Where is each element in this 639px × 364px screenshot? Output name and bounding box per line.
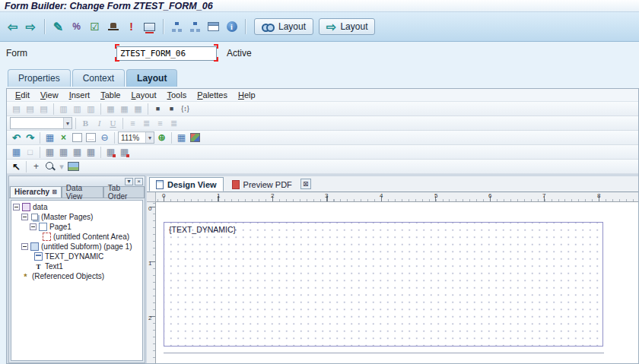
- justify-left-icon[interactable]: ≡: [126, 117, 139, 129]
- test-icon[interactable]: [141, 19, 157, 35]
- delete-icon[interactable]: ×: [57, 131, 70, 144]
- structure-icon[interactable]: [187, 19, 203, 35]
- align-top-icon[interactable]: ▥: [57, 103, 70, 115]
- align-left-icon[interactable]: ▤: [10, 103, 23, 115]
- justify-full-icon[interactable]: ≣: [167, 117, 180, 129]
- tree-item-master-pages[interactable]: (Master Pages): [11, 212, 142, 222]
- tab-layout[interactable]: Layout: [126, 69, 177, 87]
- image-tool-icon[interactable]: [68, 162, 79, 171]
- display-change-icon[interactable]: ✎: [50, 19, 66, 35]
- tree-item-page1[interactable]: Page1: [11, 222, 142, 232]
- back-icon[interactable]: ⇦: [5, 19, 21, 35]
- check-icon[interactable]: ☑: [87, 19, 103, 35]
- selection-tool-icon[interactable]: ↖: [10, 160, 23, 173]
- distribute-h-icon[interactable]: ▦: [104, 103, 117, 115]
- crosshair-tool-icon[interactable]: +: [30, 160, 43, 173]
- same-width-icon[interactable]: ■: [151, 103, 164, 115]
- table-view-icon[interactable]: [205, 19, 221, 35]
- menu-insert[interactable]: Insert: [64, 90, 96, 100]
- hat-icon: [108, 23, 119, 30]
- align-center-icon[interactable]: ▤: [24, 103, 37, 115]
- zoom-combo[interactable]: 111% ▾: [118, 131, 154, 144]
- collapse-icon[interactable]: [21, 243, 28, 250]
- table-icon[interactable]: ▦: [175, 131, 188, 144]
- align-right-icon[interactable]: ▤: [37, 103, 50, 115]
- justify-right-icon[interactable]: ≡: [154, 117, 167, 129]
- tab-preview-pdf[interactable]: Preview PDF: [226, 177, 298, 191]
- menu-table[interactable]: Table: [95, 90, 126, 100]
- menu-palettes[interactable]: Palettes: [192, 90, 233, 100]
- content-area-icon: [43, 233, 51, 241]
- underline-button[interactable]: U: [106, 117, 119, 129]
- distribute-grid-icon[interactable]: ▦: [132, 103, 145, 115]
- font-family-combo[interactable]: ▾: [10, 117, 72, 129]
- field-dots-icon[interactable]: …: [86, 133, 96, 142]
- zoom-in-icon[interactable]: ⊕: [155, 131, 168, 144]
- merge-cells-icon[interactable]: ▦: [71, 146, 84, 158]
- undo-icon[interactable]: ↶: [10, 131, 23, 144]
- redo-icon[interactable]: ↷: [24, 131, 37, 144]
- same-height-icon[interactable]: ■: [165, 103, 178, 115]
- text-dynamic-field[interactable]: {TEXT_DYNAMIC}: [169, 225, 236, 234]
- info-button[interactable]: i: [224, 19, 240, 35]
- tree-item-data[interactable]: data: [11, 202, 142, 212]
- menu-edit[interactable]: Edit: [10, 90, 35, 100]
- split-cells-icon[interactable]: ▦: [84, 146, 97, 158]
- collapse-icon[interactable]: [30, 223, 37, 230]
- design-canvas[interactable]: {TEXT_DYNAMIC}: [156, 202, 638, 363]
- tree-item-content-area[interactable]: (untitled Content Area): [11, 232, 142, 242]
- tab-tab-order[interactable]: Tab Order: [103, 186, 145, 198]
- delete-row-icon[interactable]: ▦: [104, 146, 117, 158]
- forward-icon[interactable]: ⇨: [23, 19, 39, 35]
- tree-item-referenced-objects[interactable]: * (Referenced Objects): [11, 271, 142, 281]
- subform-content-area[interactable]: {TEXT_DYNAMIC}: [164, 222, 603, 347]
- ruler-number: 8: [597, 192, 600, 199]
- justify-center-icon[interactable]: ≣: [140, 117, 153, 129]
- layout-button[interactable]: Layout: [254, 18, 313, 35]
- insert-table-icon[interactable]: ▦: [10, 146, 23, 158]
- menu-layout[interactable]: Layout: [126, 90, 161, 100]
- menu-tools[interactable]: Tools: [162, 90, 192, 100]
- consistency-check-icon[interactable]: %: [68, 19, 84, 35]
- menu-view[interactable]: View: [35, 90, 64, 100]
- tree-item-text1[interactable]: T Text1: [11, 261, 142, 271]
- form-name-input[interactable]: [116, 46, 217, 61]
- hierarchy-icon[interactable]: [169, 19, 185, 35]
- align-middle-icon[interactable]: ▥: [71, 103, 84, 115]
- view-close-button[interactable]: ⊠: [300, 179, 311, 189]
- zoom-tool-icon[interactable]: [45, 161, 56, 172]
- cell-icon[interactable]: □: [24, 146, 37, 158]
- tab-design-view-label: Design View: [167, 180, 217, 189]
- monitor-icon: [144, 23, 155, 31]
- tab-properties[interactable]: Properties: [8, 69, 71, 87]
- insert-column-icon[interactable]: ▦: [57, 146, 70, 158]
- preview-icon[interactable]: [190, 133, 200, 142]
- insert-row-icon[interactable]: ▦: [43, 146, 56, 158]
- toolbar-separator: [75, 118, 76, 129]
- zoom-out-icon[interactable]: ⊖: [98, 131, 111, 144]
- goto-layout-button[interactable]: ⇨ Layout: [319, 18, 375, 35]
- tab-hierarchy[interactable]: Hierarchy ⊠: [10, 186, 62, 198]
- tree-item-subform[interactable]: (untitled Subform) (page 1): [11, 242, 142, 252]
- collapse-icon[interactable]: [13, 204, 20, 210]
- tree-item-text-dynamic[interactable]: TEXT_DYNAMIC: [11, 252, 142, 261]
- bold-button[interactable]: B: [79, 117, 92, 129]
- tab-data-view[interactable]: Data View: [62, 186, 103, 198]
- align-bottom-icon[interactable]: ▥: [84, 103, 97, 115]
- form-icon: [22, 203, 30, 211]
- activate-icon[interactable]: [105, 19, 121, 35]
- delete-column-icon[interactable]: ▦: [118, 146, 131, 158]
- distribute-v-icon[interactable]: ▦: [118, 103, 131, 115]
- tab-design-view[interactable]: Design View: [149, 177, 224, 191]
- same-size-icon[interactable]: {↕}: [179, 103, 192, 115]
- tab-close-icon[interactable]: ⊠: [52, 188, 57, 195]
- grid-icon[interactable]: ▦: [43, 131, 56, 144]
- ruler-number: 6: [488, 192, 491, 199]
- menu-help[interactable]: Help: [233, 90, 261, 100]
- field-outline-icon[interactable]: [72, 133, 82, 142]
- collapse-icon[interactable]: [21, 214, 28, 220]
- status-warning-icon[interactable]: !: [123, 19, 139, 35]
- chevron-down-icon[interactable]: ▾: [58, 160, 65, 173]
- tab-context[interactable]: Context: [72, 69, 125, 87]
- italic-button[interactable]: I: [93, 117, 106, 129]
